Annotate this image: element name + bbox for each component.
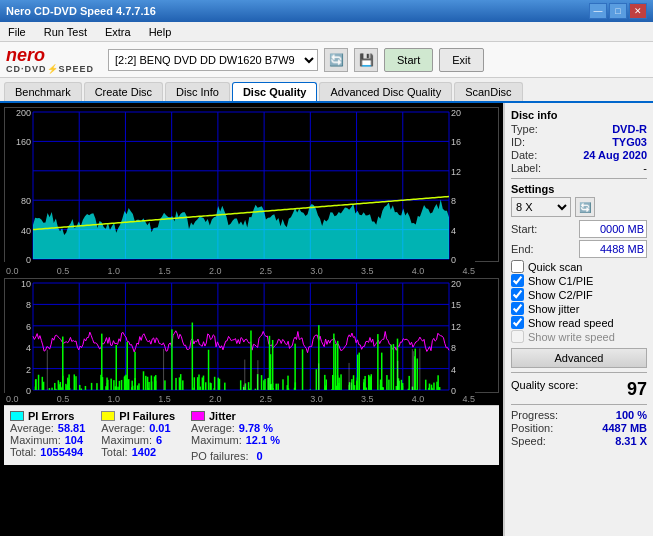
disc-label-row: Label: - [511,162,647,174]
save-icon[interactable]: 💾 [354,48,378,72]
menu-run-test[interactable]: Run Test [40,24,91,40]
lower-x-7: 3.5 [361,394,374,404]
tab-scan-disc[interactable]: ScanDisc [454,82,522,101]
nero-logo: nero [6,46,94,64]
upper-x-6: 3.0 [310,266,323,276]
disc-type-row: Type: DVD-R [511,123,647,135]
speed-row-prog: Speed: 8.31 X [511,435,647,447]
show-jitter-label: Show jitter [528,303,579,315]
lower-x-3: 1.5 [158,394,171,404]
lower-x-6: 3.0 [310,394,323,404]
pi-errors-total: Total: 1055494 [10,446,85,458]
end-input[interactable] [579,240,647,258]
menu-file[interactable]: File [4,24,30,40]
disc-id-row: ID: TYG03 [511,136,647,148]
show-read-speed-row: Show read speed [511,316,647,329]
upper-x-2: 1.0 [107,266,120,276]
progress-row: Progress: 100 % [511,409,647,421]
show-read-speed-label: Show read speed [528,317,614,329]
upper-x-1: 0.5 [57,266,70,276]
upper-x-9: 4.5 [462,266,475,276]
start-input[interactable] [579,220,647,238]
maximize-button[interactable]: □ [609,3,627,19]
upper-x-7: 3.5 [361,266,374,276]
lower-x-labels: 0.0 0.5 1.0 1.5 2.0 2.5 3.0 3.5 4.0 4.5 [4,393,499,405]
show-write-speed-checkbox [511,330,524,343]
speed-refresh-button[interactable]: 🔄 [575,197,595,217]
legend-area: PI Errors Average: 58.81 Maximum: 104 To… [4,405,499,465]
logo-subtitle: CD·DVD⚡SPEED [6,64,94,74]
position-value: 4487 MB [602,422,647,434]
legend-jitter: Jitter Average: 9.78 % Maximum: 12.1 % P… [191,410,280,461]
tab-advanced-disc-quality[interactable]: Advanced Disc Quality [319,82,452,101]
upper-x-8: 4.0 [412,266,425,276]
position-row: Position: 4487 MB [511,422,647,434]
disc-id-label: ID: [511,136,525,148]
exit-button[interactable]: Exit [439,48,483,72]
legend-pi-failures-title: PI Failures [101,410,175,422]
toolbar: nero CD·DVD⚡SPEED [2:2] BENQ DVD DD DW16… [0,42,653,78]
title-bar: Nero CD-DVD Speed 4.7.7.16 — □ ✕ [0,0,653,22]
upper-x-0: 0.0 [6,266,19,276]
lower-x-5: 2.5 [260,394,273,404]
show-read-speed-checkbox[interactable] [511,316,524,329]
separator-2 [511,372,647,373]
quick-scan-checkbox[interactable] [511,260,524,273]
show-c1-row: Show C1/PIE [511,274,647,287]
lower-chart-canvas [5,279,475,394]
show-c1-label: Show C1/PIE [528,275,593,287]
show-c2-row: Show C2/PIF [511,288,647,301]
menu-help[interactable]: Help [145,24,176,40]
tab-benchmark[interactable]: Benchmark [4,82,82,101]
menu-extra[interactable]: Extra [101,24,135,40]
pi-failures-max: Maximum: 6 [101,434,175,446]
start-row: Start: [511,220,647,238]
lower-x-0: 0.0 [6,394,19,404]
show-c2-label: Show C2/PIF [528,289,593,301]
po-failures: PO failures: 0 [191,450,280,462]
upper-x-3: 1.5 [158,266,171,276]
jitter-avg: Average: 9.78 % [191,422,280,434]
right-panel: Disc info Type: DVD-R ID: TYG03 Date: 24… [503,103,653,536]
lower-x-1: 0.5 [57,394,70,404]
show-c1-checkbox[interactable] [511,274,524,287]
advanced-button[interactable]: Advanced [511,348,647,368]
chart-area: 0.0 0.5 1.0 1.5 2.0 2.5 3.0 3.5 4.0 4.5 … [0,103,503,536]
separator-1 [511,178,647,179]
quick-scan-row: Quick scan [511,260,647,273]
disc-date-label: Date: [511,149,537,161]
tab-disc-info[interactable]: Disc Info [165,82,230,101]
logo: nero CD·DVD⚡SPEED [6,46,94,74]
tab-create-disc[interactable]: Create Disc [84,82,163,101]
drive-select[interactable]: [2:2] BENQ DVD DD DW1620 B7W9 [108,49,318,71]
menu-bar: File Run Test Extra Help [0,22,653,42]
speed-row: 8 X Max 1 X 2 X 4 X 🔄 [511,197,647,217]
tab-bar: Benchmark Create Disc Disc Info Disc Qua… [0,78,653,103]
start-button[interactable]: Start [384,48,433,72]
disc-id-value: TYG03 [612,136,647,148]
lower-x-4: 2.0 [209,394,222,404]
legend-pi-failures: PI Failures Average: 0.01 Maximum: 6 Tot… [101,410,175,461]
show-jitter-checkbox[interactable] [511,302,524,315]
show-jitter-row: Show jitter [511,302,647,315]
quality-row: Quality score: 97 [511,379,647,400]
speed-select[interactable]: 8 X Max 1 X 2 X 4 X [511,197,571,217]
legend-pi-errors-title: PI Errors [10,410,85,422]
progress-section: Progress: 100 % Position: 4487 MB Speed:… [511,409,647,447]
quick-scan-label: Quick scan [528,261,582,273]
settings-title: Settings [511,183,647,195]
separator-3 [511,404,647,405]
minimize-button[interactable]: — [589,3,607,19]
tab-disc-quality[interactable]: Disc Quality [232,82,318,101]
disc-type-label: Type: [511,123,538,135]
lower-x-2: 1.0 [107,394,120,404]
position-label: Position: [511,422,553,434]
upper-chart [4,107,499,262]
pi-failures-avg: Average: 0.01 [101,422,175,434]
upper-x-4: 2.0 [209,266,222,276]
title-text: Nero CD-DVD Speed 4.7.7.16 [6,5,589,17]
show-c2-checkbox[interactable] [511,288,524,301]
refresh-icon[interactable]: 🔄 [324,48,348,72]
show-write-speed-row: Show write speed [511,330,647,343]
close-button[interactable]: ✕ [629,3,647,19]
